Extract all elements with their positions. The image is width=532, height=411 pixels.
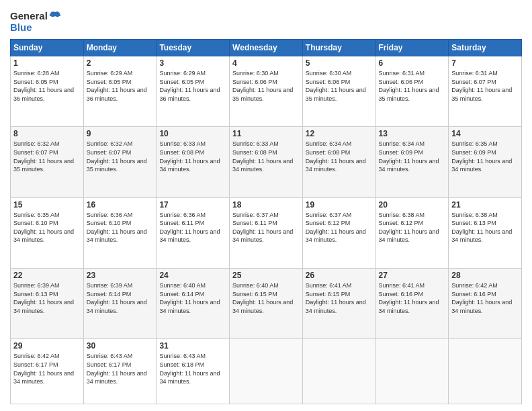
logo-bird-icon (49, 11, 61, 21)
calendar-day-cell: 25Sunrise: 6:40 AMSunset: 6:15 PMDayligh… (230, 269, 303, 339)
day-number: 5 (306, 58, 373, 68)
day-info: Sunrise: 6:36 AMSunset: 6:11 PMDaylight:… (159, 211, 226, 244)
weekday-header-cell: Wednesday (230, 40, 303, 56)
day-info: Sunrise: 6:43 AMSunset: 6:17 PMDaylight:… (87, 352, 154, 385)
day-number: 14 (451, 129, 519, 138)
day-info: Sunrise: 6:35 AMSunset: 6:10 PMDaylight:… (13, 211, 81, 244)
calendar-week-row: 1Sunrise: 6:28 AMSunset: 6:05 PMDaylight… (11, 56, 522, 127)
calendar-day-cell: 27Sunrise: 6:41 AMSunset: 6:16 PMDayligh… (375, 269, 449, 339)
calendar-body: 1Sunrise: 6:28 AMSunset: 6:05 PMDaylight… (11, 56, 522, 404)
calendar-day-cell: 26Sunrise: 6:41 AMSunset: 6:15 PMDayligh… (302, 269, 375, 339)
calendar-day-cell: 15Sunrise: 6:35 AMSunset: 6:10 PMDayligh… (11, 197, 84, 268)
calendar-week-row: 8Sunrise: 6:32 AMSunset: 6:07 PMDaylight… (11, 127, 522, 197)
day-number: 20 (379, 200, 446, 210)
day-info: Sunrise: 6:43 AMSunset: 6:18 PMDaylight:… (159, 352, 226, 385)
calendar-week-row: 15Sunrise: 6:35 AMSunset: 6:10 PMDayligh… (11, 197, 522, 268)
day-info: Sunrise: 6:35 AMSunset: 6:09 PMDaylight:… (451, 140, 519, 173)
calendar-day-cell: 7Sunrise: 6:31 AMSunset: 6:07 PMDaylight… (449, 56, 522, 127)
day-number: 16 (87, 200, 154, 210)
day-info: Sunrise: 6:34 AMSunset: 6:08 PMDaylight:… (306, 140, 373, 173)
weekday-header-cell: Thursday (302, 40, 375, 56)
calendar-day-cell (230, 339, 303, 404)
calendar-day-cell: 22Sunrise: 6:39 AMSunset: 6:13 PMDayligh… (11, 269, 84, 339)
weekday-header-cell: Sunday (11, 40, 84, 56)
day-number: 27 (379, 271, 446, 280)
calendar-day-cell: 6Sunrise: 6:31 AMSunset: 6:06 PMDaylight… (375, 56, 449, 127)
day-number: 29 (13, 341, 81, 351)
day-number: 25 (232, 271, 300, 280)
calendar-day-cell: 5Sunrise: 6:30 AMSunset: 6:06 PMDaylight… (302, 56, 375, 127)
weekday-header-row: SundayMondayTuesdayWednesdayThursdayFrid… (11, 40, 522, 56)
calendar-day-cell (375, 339, 449, 404)
calendar-day-cell: 31Sunrise: 6:43 AMSunset: 6:18 PMDayligh… (157, 339, 230, 404)
weekday-header-cell: Monday (83, 40, 157, 56)
day-number: 8 (13, 129, 81, 138)
calendar-day-cell (449, 339, 522, 404)
day-info: Sunrise: 6:39 AMSunset: 6:13 PMDaylight:… (13, 281, 81, 315)
day-number: 28 (451, 271, 519, 280)
calendar-week-row: 29Sunrise: 6:42 AMSunset: 6:17 PMDayligh… (11, 339, 522, 404)
day-info: Sunrise: 6:32 AMSunset: 6:07 PMDaylight:… (13, 140, 81, 173)
day-number: 4 (232, 58, 300, 68)
day-number: 13 (379, 129, 446, 138)
calendar-day-cell: 23Sunrise: 6:39 AMSunset: 6:14 PMDayligh… (83, 269, 157, 339)
day-info: Sunrise: 6:41 AMSunset: 6:16 PMDaylight:… (379, 281, 446, 315)
calendar-day-cell: 2Sunrise: 6:29 AMSunset: 6:05 PMDaylight… (83, 56, 157, 127)
calendar-day-cell: 13Sunrise: 6:34 AMSunset: 6:09 PMDayligh… (375, 127, 449, 197)
day-number: 7 (451, 58, 519, 68)
day-info: Sunrise: 6:36 AMSunset: 6:10 PMDaylight:… (87, 211, 154, 244)
calendar-day-cell: 14Sunrise: 6:35 AMSunset: 6:09 PMDayligh… (449, 127, 522, 197)
day-info: Sunrise: 6:42 AMSunset: 6:17 PMDaylight:… (13, 352, 81, 385)
calendar-day-cell: 10Sunrise: 6:33 AMSunset: 6:08 PMDayligh… (157, 127, 230, 197)
calendar-day-cell: 29Sunrise: 6:42 AMSunset: 6:17 PMDayligh… (11, 339, 84, 404)
calendar-day-cell: 1Sunrise: 6:28 AMSunset: 6:05 PMDaylight… (11, 56, 84, 127)
weekday-header-cell: Friday (375, 40, 449, 56)
day-info: Sunrise: 6:41 AMSunset: 6:15 PMDaylight:… (306, 281, 373, 315)
calendar-day-cell: 9Sunrise: 6:32 AMSunset: 6:07 PMDaylight… (83, 127, 157, 197)
day-info: Sunrise: 6:31 AMSunset: 6:07 PMDaylight:… (451, 69, 519, 103)
day-info: Sunrise: 6:28 AMSunset: 6:05 PMDaylight:… (13, 69, 81, 103)
calendar-table: SundayMondayTuesdayWednesdayThursdayFrid… (10, 39, 522, 404)
day-info: Sunrise: 6:31 AMSunset: 6:06 PMDaylight:… (379, 69, 446, 103)
day-number: 2 (87, 58, 154, 68)
day-info: Sunrise: 6:37 AMSunset: 6:12 PMDaylight:… (306, 211, 373, 244)
calendar-day-cell: 11Sunrise: 6:33 AMSunset: 6:08 PMDayligh… (230, 127, 303, 197)
weekday-header-cell: Saturday (449, 40, 522, 56)
day-number: 3 (159, 58, 226, 68)
day-number: 22 (13, 271, 81, 280)
calendar-day-cell: 3Sunrise: 6:29 AMSunset: 6:05 PMDaylight… (157, 56, 230, 127)
logo-general: General (10, 10, 48, 21)
day-info: Sunrise: 6:30 AMSunset: 6:06 PMDaylight:… (232, 69, 300, 103)
day-info: Sunrise: 6:40 AMSunset: 6:15 PMDaylight:… (232, 281, 300, 315)
day-number: 17 (159, 200, 226, 210)
calendar-week-row: 22Sunrise: 6:39 AMSunset: 6:13 PMDayligh… (11, 269, 522, 339)
day-number: 12 (306, 129, 373, 138)
calendar-day-cell: 24Sunrise: 6:40 AMSunset: 6:14 PMDayligh… (157, 269, 230, 339)
day-number: 21 (451, 200, 519, 210)
day-number: 15 (13, 200, 81, 210)
day-info: Sunrise: 6:38 AMSunset: 6:13 PMDaylight:… (451, 211, 519, 244)
day-number: 24 (159, 271, 226, 280)
day-number: 19 (306, 200, 373, 210)
day-number: 31 (159, 341, 226, 351)
day-number: 10 (159, 129, 226, 138)
day-info: Sunrise: 6:29 AMSunset: 6:05 PMDaylight:… (159, 69, 226, 103)
calendar-day-cell: 12Sunrise: 6:34 AMSunset: 6:08 PMDayligh… (302, 127, 375, 197)
day-number: 26 (306, 271, 373, 280)
day-info: Sunrise: 6:40 AMSunset: 6:14 PMDaylight:… (159, 281, 226, 315)
day-info: Sunrise: 6:37 AMSunset: 6:11 PMDaylight:… (232, 211, 300, 244)
day-number: 30 (87, 341, 154, 351)
calendar-day-cell: 19Sunrise: 6:37 AMSunset: 6:12 PMDayligh… (302, 197, 375, 268)
day-info: Sunrise: 6:34 AMSunset: 6:09 PMDaylight:… (379, 140, 446, 173)
day-info: Sunrise: 6:32 AMSunset: 6:07 PMDaylight:… (87, 140, 154, 173)
calendar-day-cell: 30Sunrise: 6:43 AMSunset: 6:17 PMDayligh… (83, 339, 157, 404)
weekday-header-cell: Tuesday (157, 40, 230, 56)
day-info: Sunrise: 6:42 AMSunset: 6:16 PMDaylight:… (451, 281, 519, 315)
calendar-day-cell: 20Sunrise: 6:38 AMSunset: 6:12 PMDayligh… (375, 197, 449, 268)
day-info: Sunrise: 6:33 AMSunset: 6:08 PMDaylight:… (232, 140, 300, 173)
header: General Blue (10, 7, 522, 34)
day-info: Sunrise: 6:29 AMSunset: 6:05 PMDaylight:… (87, 69, 154, 103)
day-info: Sunrise: 6:39 AMSunset: 6:14 PMDaylight:… (87, 281, 154, 315)
page: General Blue SundayMondayTuesdayWednesda… (0, 0, 532, 411)
calendar-day-cell: 17Sunrise: 6:36 AMSunset: 6:11 PMDayligh… (157, 197, 230, 268)
